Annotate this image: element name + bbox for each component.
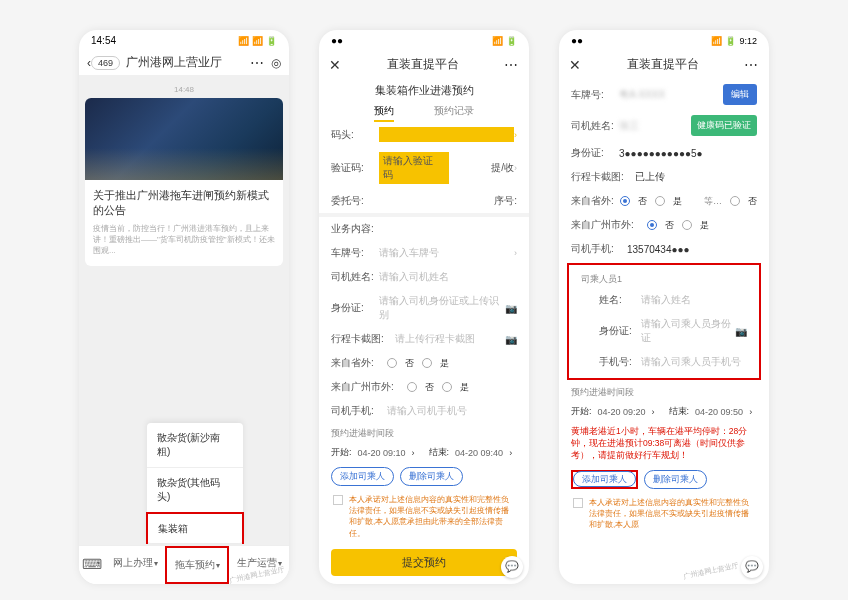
radio-prov-no[interactable] (387, 358, 397, 368)
chevron-icon: ▾ (154, 559, 158, 568)
row-from-prov: 来自省外: 否 是 等… 否 (559, 189, 769, 213)
radio-city-no[interactable] (407, 382, 417, 392)
edit-button[interactable]: 编辑 (723, 84, 757, 105)
row-idcard[interactable]: 身份证: 请输入司机身份证或上传识别 📷 (319, 289, 529, 327)
page-title: 广州港网上营业厅 (126, 54, 222, 71)
add-passenger-button[interactable]: 添加司乘人 (573, 471, 636, 487)
wechat-float-icon[interactable]: 💬 (501, 556, 523, 578)
disclaimer-checkbox[interactable] (573, 498, 583, 508)
eta-notice: 黄埔老港近1小时，车辆在港平均停时：28分钟，现在进港预计09:38可离港（时间… (559, 422, 769, 466)
radio-city-yes[interactable] (682, 220, 692, 230)
plate-input[interactable]: 请输入车牌号 (379, 246, 514, 260)
popup-item-container-highlighted[interactable]: 集装箱 (146, 512, 244, 544)
close-icon[interactable]: ✕ (329, 57, 341, 73)
start-time[interactable]: 04-20 09:20 (598, 407, 646, 417)
nav-bar: ‹ 469 广州港网上营业厅 ⋯ ◎ (79, 50, 289, 75)
status-bar: 14:54 📶📶🔋 (79, 30, 289, 50)
p-name-input[interactable]: 请输入姓名 (641, 293, 747, 307)
dock-select[interactable] (379, 127, 514, 142)
del-passenger-button[interactable]: 删除司乘人 (400, 467, 463, 486)
wechat-float-icon[interactable]: 💬 (741, 556, 763, 578)
page-title: 直装直提平台 (341, 56, 504, 73)
tab-reserve[interactable]: 预约 (374, 104, 394, 118)
driver-phone-value: 13570434●●● (627, 244, 757, 255)
menu-dots-icon[interactable]: ⋯ (744, 57, 759, 73)
row-dock[interactable]: 码头: › (319, 122, 529, 147)
end-time[interactable]: 04-20 09:40 (455, 448, 503, 458)
radio-city-yes[interactable] (442, 382, 452, 392)
radio-prov-no2[interactable] (730, 196, 740, 206)
verify-input[interactable]: 请输入验证码 (379, 152, 449, 184)
form-tabs: 预约 预约记录 (319, 100, 529, 122)
phone-2-reserve-form: ●● 📶🔋 ✕ 直装直提平台 ⋯ 集装箱作业进港预约 预约 预约记录 码头: ›… (319, 30, 529, 584)
row-from-city: 来自广州市外: 否 是 (559, 213, 769, 237)
idcard-input[interactable]: 请输入司机身份证或上传识别 (379, 294, 505, 322)
radio-city-no[interactable] (647, 220, 657, 230)
status-icons: 📶🔋9:12 (708, 35, 757, 46)
p-id-input[interactable]: 请输入司乘人员身份证 (641, 317, 735, 345)
row-tripcard[interactable]: 行程卡截图: 请上传行程卡截图 📷 (319, 327, 529, 351)
start-time[interactable]: 04-20 09:10 (358, 448, 406, 458)
status-time: 14:54 (91, 35, 116, 46)
target-icon[interactable]: ◎ (271, 56, 281, 70)
radio-prov-no[interactable] (620, 196, 630, 206)
row-verify: 验证码: 请输入验证码 提/收 › (319, 147, 529, 189)
row-from-city: 来自广州市外: 否 是 (319, 375, 529, 399)
menu-dots-icon[interactable]: ⋯ (250, 55, 265, 71)
passenger-header: 司乘人员1 (569, 269, 759, 288)
row-driver-phone[interactable]: 司机手机: 请输入司机手机号 (319, 399, 529, 423)
menu-dots-icon[interactable]: ⋯ (504, 57, 519, 73)
driver-input[interactable]: 请输入司机姓名 (379, 270, 517, 284)
tab-records[interactable]: 预约记录 (434, 104, 474, 118)
row-p-id[interactable]: 身份证: 请输入司乘人员身份证 📷 (569, 312, 759, 350)
tab-truck-reserve[interactable]: 拖车预约▾ (165, 546, 229, 584)
row-plate[interactable]: 车牌号: 请输入车牌号 › (319, 241, 529, 265)
del-passenger-button[interactable]: 删除司乘人 (644, 470, 707, 489)
page-title: 直装直提平台 (581, 56, 744, 73)
tripcard-input[interactable]: 请上传行程卡截图 (395, 332, 505, 346)
tab-online[interactable]: 网上办理▾ (105, 546, 165, 584)
status-bar: ●● 📶🔋 (319, 30, 529, 50)
message-time: 14:48 (85, 85, 283, 94)
camera-icon[interactable]: 📷 (505, 334, 517, 345)
row-idcard: 身份证: 3●●●●●●●●●●●5● (559, 141, 769, 165)
camera-icon[interactable]: 📷 (735, 326, 747, 337)
row-driver: 司机姓名: 张三 健康码已验证 (559, 110, 769, 141)
keyboard-icon[interactable]: ⌨ (79, 546, 105, 584)
disclaimer-checkbox[interactable] (333, 495, 343, 505)
watermark: 广州港网上营业厅 (683, 560, 740, 581)
driver-phone-input[interactable]: 请输入司机手机号 (387, 404, 517, 418)
row-p-phone[interactable]: 手机号: 请输入司乘人员手机号 (569, 350, 759, 374)
chat-body: 14:48 关于推出广州港拖车进闸预约新模式的公告 疫情当前，防控当行！广州港进… (79, 75, 289, 545)
article-desc: 疫情当前，防控当行！广州港进港车预约，且上来讲！重磅推出——"货车司机防疫管控"… (93, 223, 275, 257)
carrier: ●● (571, 35, 583, 46)
row-biz: 业务内容: (319, 217, 529, 241)
nav-bar: ✕ 直装直提平台 ⋯ (559, 50, 769, 79)
row-p-name[interactable]: 姓名: 请输入姓名 (569, 288, 759, 312)
passenger-section-highlighted: 司乘人员1 姓名: 请输入姓名 身份证: 请输入司乘人员身份证 📷 手机号: 请… (567, 263, 761, 380)
time-section-label: 预约进港时间段 (559, 382, 769, 401)
submit-button[interactable]: 提交预约 (331, 549, 517, 576)
chevron-right-icon: › (514, 248, 517, 258)
close-icon[interactable]: ✕ (569, 57, 581, 73)
phone-3-reserve-filled: ●● 📶🔋9:12 ✕ 直装直提平台 ⋯ 车牌号: 粤A·XXXX 编辑 司机姓… (559, 30, 769, 584)
status-icons: 📶📶🔋 (235, 35, 277, 46)
status-icons: 📶🔋 (489, 35, 517, 46)
popup-item-1[interactable]: 散杂货(新沙南粗) (147, 423, 243, 468)
disclaimer: 本人承诺对上述信息内容的真实性和完整性负法律责任，如果信息不实或缺失引起疫情传播… (559, 493, 769, 535)
end-time[interactable]: 04-20 09:50 (695, 407, 743, 417)
nav-bar: ✕ 直装直提平台 ⋯ (319, 50, 529, 79)
back-count[interactable]: 469 (91, 56, 120, 70)
subtab-popup: 散杂货(新沙南粗) 散杂货(其他码头) 集装箱 (147, 423, 243, 543)
row-tripcard: 行程卡截图: 已上传 (559, 165, 769, 189)
add-passenger-button[interactable]: 添加司乘人 (331, 467, 394, 486)
article-title: 关于推出广州港拖车进闸预约新模式的公告 (93, 188, 275, 219)
radio-prov-yes[interactable] (655, 196, 665, 206)
article-card[interactable]: 关于推出广州港拖车进闸预约新模式的公告 疫情当前，防控当行！广州港进港车预约，且… (85, 98, 283, 266)
camera-icon[interactable]: 📷 (505, 303, 517, 314)
radio-prov-yes[interactable] (422, 358, 432, 368)
row-driver[interactable]: 司机姓名: 请输入司机姓名 (319, 265, 529, 289)
popup-item-2[interactable]: 散杂货(其他码头) (147, 468, 243, 513)
p-phone-input[interactable]: 请输入司乘人员手机号 (641, 355, 747, 369)
driver-value: 张三 (619, 119, 691, 133)
